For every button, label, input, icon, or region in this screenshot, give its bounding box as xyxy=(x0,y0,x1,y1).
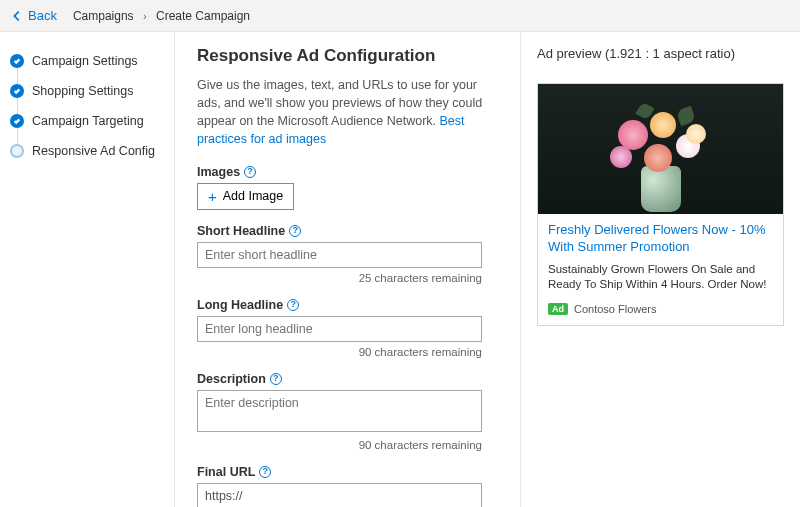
help-icon[interactable]: ? xyxy=(259,466,271,478)
step-responsive-ad-config[interactable]: Responsive Ad Config xyxy=(10,136,164,166)
description-label-row: Description ? xyxy=(197,372,498,386)
top-bar: Back Campaigns › Create Campaign xyxy=(0,0,800,32)
short-headline-label: Short Headline xyxy=(197,224,285,238)
step-label: Campaign Settings xyxy=(32,54,138,68)
plus-icon: + xyxy=(208,189,217,204)
ad-badge: Ad xyxy=(548,303,568,315)
long-headline-label: Long Headline xyxy=(197,298,283,312)
step-label: Responsive Ad Config xyxy=(32,144,155,158)
preview-column: Ad preview (1.921 : 1 aspect ratio) Fres… xyxy=(520,32,800,507)
description-counter: 90 characters remaining xyxy=(197,439,482,451)
page-title: Responsive Ad Configuration xyxy=(197,46,498,66)
form-column: Responsive Ad Configuration Give us the … xyxy=(175,32,520,507)
help-icon[interactable]: ? xyxy=(289,225,301,237)
step-label: Campaign Targeting xyxy=(32,114,144,128)
current-step-icon xyxy=(10,144,24,158)
help-icon[interactable]: ? xyxy=(244,166,256,178)
images-label-row: Images ? xyxy=(197,165,498,179)
preview-title: Ad preview (1.921 : 1 aspect ratio) xyxy=(537,46,784,61)
back-label: Back xyxy=(28,8,57,23)
final-url-label-row: Final URL ? xyxy=(197,465,498,479)
step-campaign-settings[interactable]: Campaign Settings xyxy=(10,46,164,76)
images-label: Images xyxy=(197,165,240,179)
ad-brand-name: Contoso Flowers xyxy=(574,303,657,315)
final-url-input[interactable] xyxy=(197,483,482,508)
short-headline-input[interactable] xyxy=(197,242,482,268)
crumb-campaigns[interactable]: Campaigns xyxy=(73,9,134,23)
final-url-label: Final URL xyxy=(197,465,255,479)
short-headline-label-row: Short Headline ? xyxy=(197,224,498,238)
long-headline-counter: 90 characters remaining xyxy=(197,346,482,358)
step-campaign-targeting[interactable]: Campaign Targeting xyxy=(10,106,164,136)
intro-text: Give us the images, text, and URLs to us… xyxy=(197,76,498,149)
description-label: Description xyxy=(197,372,266,386)
check-icon xyxy=(10,114,24,128)
ad-preview-brand-row: Ad Contoso Flowers xyxy=(548,303,773,315)
ad-preview-card: Freshly Delivered Flowers Now - 10% With… xyxy=(537,83,784,326)
help-icon[interactable]: ? xyxy=(270,373,282,385)
breadcrumb: Campaigns › Create Campaign xyxy=(73,9,250,23)
ad-preview-image xyxy=(538,84,783,214)
step-label: Shopping Settings xyxy=(32,84,133,98)
add-image-label: Add Image xyxy=(223,189,283,203)
long-headline-input[interactable] xyxy=(197,316,482,342)
short-headline-counter: 25 characters remaining xyxy=(197,272,482,284)
crumb-create-campaign: Create Campaign xyxy=(156,9,250,23)
check-icon xyxy=(10,54,24,68)
ad-preview-headline: Freshly Delivered Flowers Now - 10% With… xyxy=(548,222,773,256)
arrow-left-icon xyxy=(10,9,24,23)
check-icon xyxy=(10,84,24,98)
step-shopping-settings[interactable]: Shopping Settings xyxy=(10,76,164,106)
back-link[interactable]: Back xyxy=(10,8,57,23)
help-icon[interactable]: ? xyxy=(287,299,299,311)
steps-sidebar: Campaign Settings Shopping Settings Camp… xyxy=(0,32,175,507)
add-image-button[interactable]: + Add Image xyxy=(197,183,294,210)
description-input[interactable] xyxy=(197,390,482,432)
ad-preview-description: Sustainably Grown Flowers On Sale and Re… xyxy=(548,262,773,293)
chevron-right-icon: › xyxy=(143,10,147,22)
long-headline-label-row: Long Headline ? xyxy=(197,298,498,312)
